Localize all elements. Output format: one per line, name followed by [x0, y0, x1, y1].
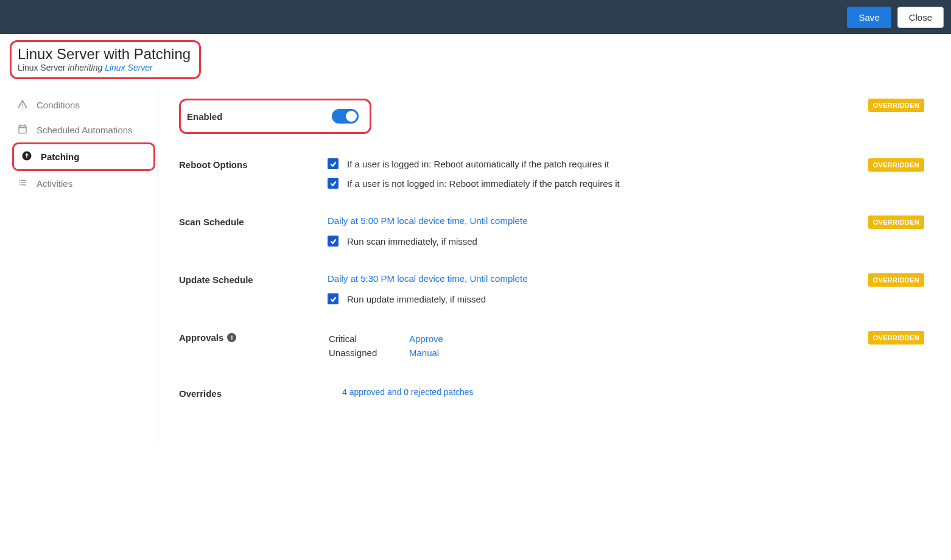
reboot-logged-in-text: If a user is logged in: Reboot automatic…	[347, 159, 609, 169]
approvals-label: Approvals i	[179, 331, 313, 343]
checkbox-reboot-not-logged-in[interactable]	[328, 178, 339, 189]
sidebar-item-label: Activities	[37, 178, 72, 189]
circle-up-icon	[21, 150, 32, 163]
inheriting-word: inheriting	[68, 63, 105, 72]
overridden-badge-update: OVERRIDDEN	[868, 273, 924, 287]
info-icon[interactable]: i	[227, 333, 236, 342]
update-schedule-link[interactable]: Daily at 5:30 PM local device time, Unti…	[328, 273, 527, 284]
list-icon	[17, 177, 28, 190]
overridden-badge-reboot: OVERRIDDEN	[868, 158, 924, 172]
sidebar-item-label: Patching	[41, 152, 79, 162]
scan-schedule-label: Scan Schedule	[179, 215, 313, 227]
close-button[interactable]: Close	[897, 7, 944, 28]
update-schedule-label: Update Schedule	[179, 273, 313, 285]
checkbox-scan-missed[interactable]	[328, 236, 339, 247]
page-subtitle: Linux Server inheriting Linux Server	[18, 63, 191, 72]
update-schedule-row: Update Schedule Daily at 5:30 PM local d…	[179, 260, 924, 318]
reboot-options-row: Reboot Options If a user is logged in: R…	[179, 145, 924, 202]
checkbox-reboot-logged-in[interactable]	[328, 158, 339, 169]
overridden-badge-approvals: OVERRIDDEN	[868, 331, 924, 345]
approval-row-unassigned: Unassigned Manual	[329, 346, 443, 359]
sidebar-item-scheduled-automations[interactable]: Scheduled Automations	[10, 117, 158, 142]
page-title: Linux Server with Patching	[18, 46, 191, 63]
parent-policy-link[interactable]: Linux Server	[105, 63, 153, 72]
enabled-row: Enabled	[179, 99, 371, 134]
subtitle-prefix: Linux Server	[18, 63, 68, 72]
enabled-label: Enabled	[187, 111, 222, 122]
main-panel: Enabled OVERRIDDEN Reboot Options If a u…	[158, 90, 941, 443]
title-block: Linux Server with Patching Linux Server …	[10, 40, 201, 79]
overrides-link[interactable]: 4 approved and 0 rejected patches	[342, 387, 474, 397]
approval-row-critical: Critical Approve	[329, 332, 443, 345]
sidebar-item-patching[interactable]: Patching	[12, 142, 155, 171]
approvals-row: Approvals i Critical Approve Unassigned …	[179, 318, 924, 374]
reboot-options-label: Reboot Options	[179, 158, 313, 170]
sidebar-item-conditions[interactable]: Conditions	[10, 93, 158, 117]
checkbox-update-missed[interactable]	[328, 293, 339, 304]
sidebar: Conditions Scheduled Automations Patchin…	[10, 90, 158, 443]
overrides-row: Overrides 4 approved and 0 rejected patc…	[179, 374, 924, 412]
sidebar-item-label: Scheduled Automations	[37, 125, 133, 135]
scan-schedule-row: Scan Schedule Daily at 5:00 PM local dev…	[179, 202, 924, 260]
overridden-badge-enabled: OVERRIDDEN	[868, 99, 924, 112]
scan-missed-text: Run scan immediately, if missed	[347, 236, 477, 247]
overridden-badge-scan: OVERRIDDEN	[868, 215, 924, 229]
calendar-icon	[17, 124, 28, 136]
update-missed-text: Run update immediately, if missed	[347, 294, 486, 304]
approval-category: Critical	[329, 332, 408, 345]
approval-action-link[interactable]: Manual	[409, 348, 439, 358]
approval-category: Unassigned	[329, 346, 408, 359]
warning-icon	[17, 99, 28, 111]
enabled-toggle[interactable]	[332, 109, 359, 124]
approval-action-link[interactable]: Approve	[409, 334, 443, 344]
sidebar-item-label: Conditions	[37, 100, 80, 110]
topbar: Save Close	[0, 0, 951, 34]
reboot-not-logged-in-text: If a user is not logged in: Reboot immed…	[347, 178, 620, 189]
sidebar-item-activities[interactable]: Activities	[10, 171, 158, 196]
scan-schedule-link[interactable]: Daily at 5:00 PM local device time, Unti…	[328, 215, 527, 226]
save-button[interactable]: Save	[847, 7, 891, 28]
overrides-label: Overrides	[179, 387, 313, 399]
